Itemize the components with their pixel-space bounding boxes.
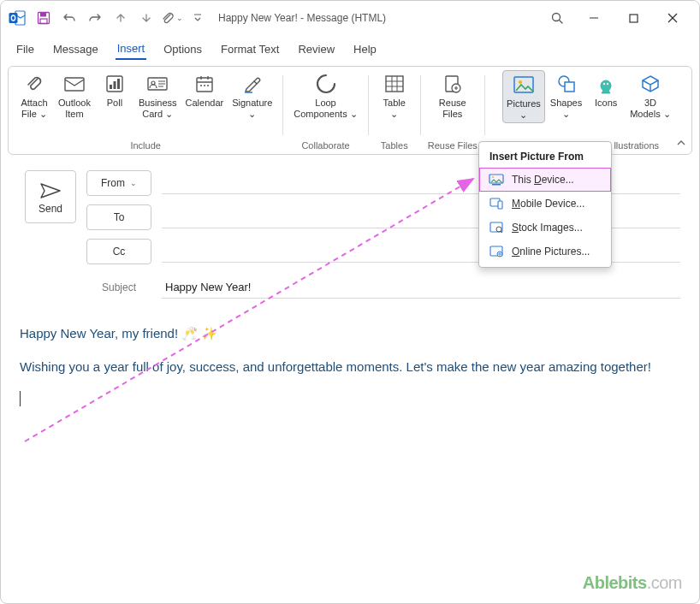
- search-icon[interactable]: [540, 4, 574, 32]
- svg-point-45: [607, 83, 608, 85]
- ribbon-group-reuse: Reuse Files Reuse Files: [423, 70, 483, 154]
- attach-file-button[interactable]: Attach File ⌄: [15, 70, 53, 121]
- redo-icon[interactable]: [83, 6, 107, 30]
- svg-rect-17: [117, 79, 120, 89]
- group-label-collaborate: Collaborate: [290, 140, 360, 151]
- calendar-label: Calendar: [186, 98, 224, 109]
- svg-rect-31: [386, 76, 403, 92]
- loop-label: Loop Components ⌄: [294, 98, 357, 120]
- cc-button[interactable]: Cc: [86, 239, 151, 264]
- calendar-icon: [193, 72, 217, 96]
- from-button[interactable]: From ⌄: [86, 170, 151, 196]
- icons-label: Icons: [595, 98, 617, 109]
- svg-point-48: [492, 176, 494, 178]
- outlook-item-button[interactable]: Outlook Item: [55, 70, 94, 121]
- paperclip-icon: [22, 72, 46, 96]
- attach-icon[interactable]: ⌄: [160, 6, 184, 30]
- menu-this-device[interactable]: This Device...: [479, 168, 611, 192]
- calendar-button[interactable]: Calendar: [182, 70, 228, 121]
- group-label-reuse: Reuse Files: [428, 140, 478, 151]
- reuse-files-label: Reuse Files: [439, 98, 466, 120]
- icons-icon: [594, 72, 618, 96]
- device-icon: [488, 173, 505, 187]
- stock-icon: [488, 221, 505, 234]
- table-icon: [383, 72, 406, 96]
- send-button[interactable]: Send: [25, 170, 76, 223]
- svg-rect-16: [113, 81, 116, 89]
- to-button[interactable]: To: [86, 204, 151, 230]
- svg-rect-47: [492, 184, 501, 186]
- message-body[interactable]: Happy New Year, my friend! 🥂 ✨ Wishing y…: [1, 316, 699, 410]
- reuse-files-button[interactable]: Reuse Files: [434, 70, 472, 121]
- svg-point-27: [200, 85, 202, 86]
- window-title: Happy New Year! - Message (HTML): [218, 12, 386, 24]
- menu-label: This Device...: [512, 174, 574, 186]
- tab-format-text[interactable]: Format Text: [219, 39, 281, 59]
- menu-stock-images[interactable]: Stock Images...: [479, 216, 611, 240]
- minimize-button[interactable]: [574, 4, 614, 32]
- poll-button[interactable]: Poll: [96, 70, 133, 121]
- outlook-item-label: Outlook Item: [58, 98, 91, 120]
- qat-options-icon[interactable]: [186, 6, 210, 30]
- shapes-button[interactable]: Shapes ⌄: [547, 70, 585, 123]
- watermark-brand: Ablebits: [583, 573, 647, 592]
- loop-components-button[interactable]: Loop Components ⌄: [290, 70, 360, 121]
- 3d-models-label: 3D Models ⌄: [630, 98, 671, 120]
- chevron-down-icon: ⌄: [130, 179, 137, 187]
- svg-point-41: [519, 80, 522, 84]
- pictures-button[interactable]: Pictures ⌄: [502, 70, 545, 123]
- subject-field[interactable]: [162, 276, 680, 299]
- menu-mobile-device[interactable]: Mobile Device...: [479, 192, 611, 216]
- text-caret: [20, 391, 21, 406]
- signature-label: Signature ⌄: [232, 98, 272, 120]
- from-label: From: [101, 177, 125, 189]
- save-icon[interactable]: [32, 6, 56, 30]
- group-label-include: Include: [15, 140, 276, 151]
- poll-label: Poll: [107, 98, 122, 109]
- pictures-icon: [512, 73, 536, 97]
- signature-button[interactable]: Signature ⌄: [228, 70, 276, 121]
- to-label: To: [114, 211, 125, 223]
- ribbon-separator: [484, 75, 485, 135]
- nav-down-icon[interactable]: [134, 6, 158, 30]
- ribbon-group-include: Attach File ⌄ Outlook Item Poll Business…: [10, 70, 281, 154]
- cube-icon: [638, 72, 662, 96]
- signature-icon: [240, 72, 264, 96]
- icons-button[interactable]: Icons: [587, 70, 625, 123]
- svg-rect-4: [40, 13, 46, 17]
- nav-up-icon[interactable]: [109, 6, 133, 30]
- ribbon-separator: [282, 75, 283, 135]
- tab-file[interactable]: File: [15, 39, 36, 59]
- tab-help[interactable]: Help: [352, 39, 378, 59]
- svg-rect-1: [9, 13, 18, 23]
- tab-options[interactable]: Options: [162, 39, 204, 59]
- tab-insert[interactable]: Insert: [116, 38, 147, 60]
- menu-online-pictures[interactable]: Online Pictures...: [479, 240, 611, 264]
- mobile-icon: [488, 197, 505, 210]
- business-card-label: Business Card ⌄: [139, 98, 177, 120]
- group-label-tables: Tables: [376, 140, 413, 151]
- svg-rect-5: [40, 19, 47, 24]
- maximize-button[interactable]: [614, 4, 653, 32]
- watermark-suffix: .com: [647, 573, 682, 592]
- svg-point-44: [603, 83, 605, 85]
- poll-icon: [103, 72, 127, 96]
- ribbon-collapse-icon[interactable]: [676, 139, 686, 149]
- menu-label: Stock Images...: [512, 222, 583, 234]
- table-label: Table ⌄: [383, 98, 406, 120]
- send-label: Send: [39, 203, 62, 215]
- business-card-button[interactable]: Business Card ⌄: [135, 70, 181, 121]
- tab-message[interactable]: Message: [51, 39, 100, 59]
- quick-access-toolbar: ⌄: [32, 6, 210, 30]
- body-line-2: Wishing you a year full of joy, success,…: [20, 358, 680, 377]
- svg-point-29: [207, 85, 209, 86]
- title-bar: ⌄ Happy New Year! - Message (HTML): [1, 1, 699, 35]
- table-button[interactable]: Table ⌄: [376, 70, 413, 121]
- close-button[interactable]: [653, 4, 692, 32]
- tab-review[interactable]: Review: [296, 39, 336, 59]
- body-line-1: Happy New Year, my friend! 🥂 ✨: [20, 324, 680, 344]
- svg-rect-50: [498, 201, 502, 209]
- undo-icon[interactable]: [57, 6, 81, 30]
- 3d-models-button[interactable]: 3D Models ⌄: [626, 70, 674, 123]
- svg-point-28: [204, 85, 205, 86]
